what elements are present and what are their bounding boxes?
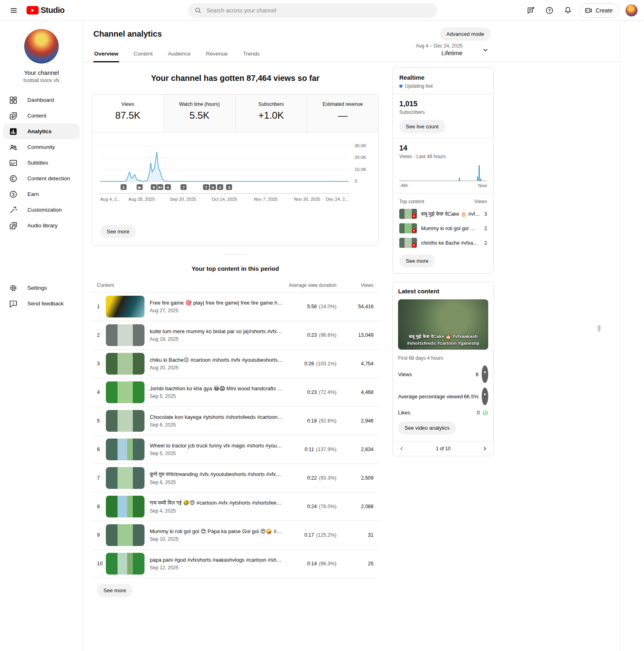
chart-marker-badge[interactable]: 2 [217,184,223,190]
video-title[interactable]: गाय मम्मी मिल गई 🤣😍 #cartoon #vfx #ytsho… [150,500,283,506]
sidebar-item-settings[interactable]: Settings [0,280,83,296]
table-row[interactable]: 4 Jombi bachhon ko kha gya 😂😱 Mini wood … [92,378,379,407]
table-row[interactable]: 1 Free fire game 🎯 play| free fire game|… [92,293,379,321]
sidebar-item-dashboard[interactable]: Dashboard [0,92,83,108]
youtube-studio-logo[interactable]: Studio [27,6,64,15]
table-row[interactable]: 9 Mummy ki roti gol gol 😍 Papa ka paise … [92,521,379,550]
column-header-views[interactable]: Views [336,282,374,288]
chart-marker-badge[interactable]: 7 [203,184,209,190]
tab-trends[interactable]: Trends [242,47,261,62]
see-more-button[interactable]: See more [97,584,132,597]
row-rank: 4 [97,389,106,395]
community-icon [9,143,18,152]
table-row[interactable]: 3 chiku ki Bache😕 #cartoon #shorts #vfx … [92,350,379,378]
tab-revenue[interactable]: Revenue [205,47,229,62]
search-input[interactable] [206,7,431,14]
help-icon[interactable]: ? [542,3,557,18]
video-title[interactable]: chiku ki Bache😕 #cartoon #shorts #vfx #y… [150,357,283,363]
metric-link-icon[interactable] [481,365,488,383]
metric-card-views[interactable]: Views 87.5K [92,95,163,132]
sidebar-item-audio-library[interactable]: Audio library [0,218,83,233]
chart-marker-badge[interactable]: 4 [165,184,171,190]
sidebar-item-earn[interactable]: $ Earn [0,186,83,202]
video-thumbnail[interactable] [106,324,144,346]
chart-marker-badge[interactable]: 8 [151,184,157,190]
metric-card-subscribers[interactable]: Subscribers +1.0K [235,95,307,132]
table-row[interactable]: 7 कुत्ते तुम पापा#treanding #vfx #youtub… [92,464,379,492]
video-age-label: First 68 days 4 hours [398,355,488,361]
tab-audience[interactable]: Audience [167,47,191,62]
video-thumbnail[interactable] [106,467,144,489]
sidebar-item-community[interactable]: Community [0,139,83,155]
menu-icon[interactable] [6,3,21,18]
video-title[interactable]: कुत्ते तुम पापा#treanding #vfx #youtubes… [150,471,283,478]
sidebar-item-content-detection[interactable]: Content detection [0,171,83,186]
realtime-content-item[interactable]: बाबू मुझे केक देCake 🎂 #vfxaa... 3 [399,209,487,219]
realtime-views-count: 14 [399,144,487,152]
video-views: 54,416 [336,304,374,309]
video-title[interactable]: Mummy ki roti gol gol 😍 Papa ka paise Go… [150,528,283,534]
video-thumbnail[interactable] [106,353,144,375]
realtime-content-item[interactable]: chintho ke Bache #vfxaakash... 2 [399,238,487,248]
notifications-bell-icon[interactable] [561,3,575,18]
video-title[interactable]: Jombi bachhon ko kha gya 😂😱 Mini wood ha… [150,385,283,391]
see-video-analytics-button[interactable]: See video analytics [398,421,456,435]
video-title[interactable]: Chocolate kon kayega #ytshorts #shortsfe… [150,414,283,420]
channel-avatar[interactable] [24,29,59,64]
date-range-selector[interactable]: Aug 4 – Dec 24, 2025 Lifetime [416,43,489,56]
table-row[interactable]: 2 kutte tum mere mummy ko bistat par so … [92,321,379,350]
video-thumbnail[interactable] [106,410,144,432]
y-axis-label: 10.0K [355,167,366,172]
chart-marker-badge[interactable]: 9+ [157,184,163,190]
chart-marker-badge[interactable]: 3 [226,184,232,190]
sidebar-item-customization[interactable]: Customization [0,202,83,218]
sidebar-item-analytics[interactable]: Analytics [3,124,80,139]
y-axis-labels: 30.0K 20.0K 10.0K 0 [355,145,377,182]
tab-overview[interactable]: Overview [93,47,119,62]
chart-marker-badge[interactable]: 7 [181,184,187,190]
chart-marker-badge[interactable]: 6 [210,184,216,190]
video-title[interactable]: Free fire game 🎯 play| free fire game| f… [150,300,283,306]
table-row[interactable]: 10 papa pani #god #vfxshorts #aakashvlog… [92,550,379,578]
chevron-right-icon[interactable] [481,445,488,452]
metric-link-icon[interactable] [481,387,488,405]
video-thumbnail[interactable] [106,553,144,575]
chart-marker-badge[interactable]: 2 [120,184,126,190]
chevron-left-icon[interactable] [398,445,405,452]
chart-marker-badge[interactable]: ▶ [137,184,143,190]
advanced-mode-button[interactable]: Advanced mode [440,27,491,41]
table-row[interactable]: 6 Wheel to tractor jcb truck funny vfx m… [92,435,379,464]
video-thumbnail[interactable] [106,381,144,403]
metric-card-estimated-revenue[interactable]: Estimated revenue — [307,95,378,132]
video-title[interactable]: papa pani #god #vfxshorts #aakashvlogs #… [150,557,283,563]
sidebar-item-content[interactable]: Content [0,108,83,124]
latest-video-thumbnail[interactable]: बाबू मुझे केक देCake 🎂 #vfxaakash #short… [398,299,488,350]
video-date: Sep 5, 2025 [150,451,283,456]
see-live-count-button[interactable]: See live count [399,120,445,133]
account-avatar[interactable] [625,4,638,16]
sidebar-item-send-feedback[interactable]: Send feedback [0,296,83,311]
sidebar-item-subtitles[interactable]: Subtitles [0,155,83,171]
video-info: Wheel to tractor jcb truck funny vfx mag… [150,443,288,456]
table-row[interactable]: 8 गाय मम्मी मिल गई 🤣😍 #cartoon #vfx #yts… [92,492,379,521]
row-rank: 7 [97,475,106,481]
table-row[interactable]: 5 Chocolate kon kayega #ytshorts #shorts… [92,407,379,435]
channel-search[interactable] [188,3,437,18]
video-info: Free fire game 🎯 play| free fire game| f… [150,300,288,313]
video-title[interactable]: kutte tum mere mummy ko bistat par so ja… [150,328,283,334]
column-header-avg-duration[interactable]: Average view duration [288,282,336,288]
video-thumbnail[interactable] [106,524,144,546]
video-thumbnail[interactable] [106,496,144,517]
feedback-icon[interactable] [524,3,538,18]
scrollbar-thumb[interactable] [598,325,601,332]
see-more-button[interactable]: See more [100,225,136,238]
column-header-content[interactable]: Content [97,282,288,288]
video-thumbnail[interactable] [106,439,144,460]
video-thumbnail[interactable] [106,296,144,317]
tab-content[interactable]: Content [133,47,153,62]
see-more-button[interactable]: See more [399,254,435,268]
realtime-content-item[interactable]: Mummy ki roti gol gol 🤩 Pap... 2 [399,223,487,233]
create-button[interactable]: Create [579,3,619,18]
video-title[interactable]: Wheel to tractor jcb truck funny vfx mag… [150,443,283,449]
metric-card-watch-time[interactable]: Watch time (hours) 5.5K [163,95,235,132]
